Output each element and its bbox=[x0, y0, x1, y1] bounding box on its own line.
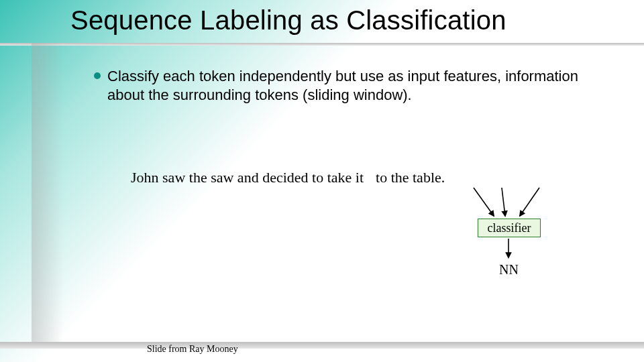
arrows-icon bbox=[468, 185, 555, 299]
svg-line-1 bbox=[502, 188, 505, 216]
slide-title: Sequence Labeling as Classification bbox=[70, 5, 506, 36]
side-gloss bbox=[32, 43, 64, 345]
sentence-left: John saw the saw and decided to take it bbox=[131, 169, 364, 186]
svg-line-2 bbox=[520, 188, 539, 216]
bullet-text: Classify each token independently but us… bbox=[107, 67, 604, 104]
classifier-diagram: classifier NN bbox=[468, 185, 555, 299]
bullet-item: Classify each token independently but us… bbox=[94, 67, 604, 104]
sentence-right: to the table. bbox=[376, 169, 445, 186]
bullet-dot-icon bbox=[94, 72, 101, 79]
example-sentence: John saw the saw and decided to take itt… bbox=[131, 169, 445, 186]
output-tag: NN bbox=[499, 262, 519, 278]
classifier-box: classifier bbox=[478, 219, 541, 237]
svg-line-0 bbox=[474, 188, 494, 216]
body-area: Classify each token independently but us… bbox=[94, 67, 604, 104]
credit-text: Slide from Ray Mooney bbox=[147, 344, 238, 355]
title-rule bbox=[0, 43, 644, 46]
footer-rule bbox=[0, 342, 644, 349]
slide: Sequence Labeling as Classification Clas… bbox=[0, 0, 644, 362]
